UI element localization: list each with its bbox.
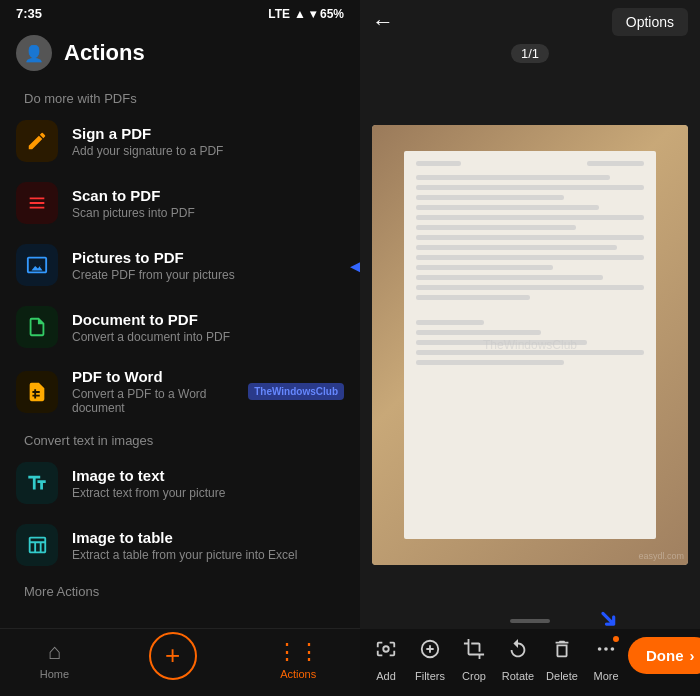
doc-pdf-subtitle: Convert a document into PDF	[72, 330, 344, 344]
bottom-toolbar: Add Filters Crop	[360, 629, 700, 696]
doc-pdf-title: Document to PDF	[72, 311, 344, 328]
pdf-word-title: PDF to Word	[72, 368, 234, 385]
more-dot	[613, 636, 619, 642]
right-header: ← Options	[360, 0, 700, 44]
filters-tool-label: Filters	[415, 670, 445, 682]
action-item-scan-pdf[interactable]: Scan to PDF Scan pictures into PDF	[8, 172, 352, 234]
pictures-pdf-title: Pictures to PDF	[72, 249, 344, 266]
signal-icon: ▲	[294, 7, 306, 21]
image-table-subtitle: Extract a table from your picture into E…	[72, 548, 344, 562]
done-button[interactable]: Done ›	[628, 637, 700, 674]
rotate-tool-icon	[507, 638, 529, 666]
image-text-title: Image to text	[72, 467, 344, 484]
nav-add-button[interactable]: +	[149, 632, 197, 680]
rotate-tool-label: Rotate	[502, 670, 534, 682]
page-title: Actions	[64, 40, 145, 66]
nav-actions-label: Actions	[280, 668, 316, 680]
scan-pdf-icon	[16, 182, 58, 224]
sign-pdf-title: Sign a PDF	[72, 125, 344, 142]
options-button[interactable]: Options	[612, 8, 688, 36]
document-preview: TheWindowsClub easydl.com	[372, 125, 688, 565]
tool-delete[interactable]: Delete	[540, 638, 584, 682]
bottom-nav: ⌂ Home + ⋮⋮ Actions	[0, 628, 360, 696]
action-item-pictures-pdf[interactable]: Pictures to PDF Create PDF from your pic…	[8, 234, 352, 296]
tool-more[interactable]: More	[584, 638, 628, 682]
done-arrow-icon: ›	[690, 647, 695, 664]
tool-add[interactable]: Add	[364, 638, 408, 682]
done-wrapper: ➜ Done ›	[628, 637, 700, 678]
scan-pdf-text: Scan to PDF Scan pictures into PDF	[72, 187, 344, 220]
grid-icon: ⋮⋮	[276, 639, 320, 665]
pictures-pdf-text: Pictures to PDF Create PDF from your pic…	[72, 249, 344, 282]
easydl-watermark: easydl.com	[638, 551, 684, 561]
blue-arrow-left: ◀	[350, 250, 360, 281]
done-label: Done	[646, 647, 684, 664]
image-text-text: Image to text Extract text from your pic…	[72, 467, 344, 500]
tool-rotate[interactable]: Rotate	[496, 638, 540, 682]
image-table-icon	[16, 524, 58, 566]
nav-actions[interactable]: ⋮⋮ Actions	[276, 639, 320, 680]
watermark-overlay: TheWindowsClub	[483, 338, 577, 352]
sign-pdf-text: Sign a PDF Add your signature to a PDF	[72, 125, 344, 158]
action-item-sign-pdf[interactable]: Sign a PDF Add your signature to a PDF	[8, 110, 352, 172]
page-indicator: 1/1	[511, 44, 549, 63]
battery-label: 65%	[320, 7, 344, 21]
add-tool-label: Add	[376, 670, 396, 682]
more-tool-label: More	[593, 670, 618, 682]
pdf-word-icon	[16, 371, 58, 413]
doc-pdf-icon	[16, 306, 58, 348]
section-images-label: Convert text in images	[8, 425, 352, 452]
right-panel: ← Options 1/1	[360, 0, 700, 696]
image-table-title: Image to table	[72, 529, 344, 546]
doc-pdf-text: Document to PDF Convert a document into …	[72, 311, 344, 344]
app-header: 👤 Actions	[0, 27, 360, 83]
svg-point-3	[611, 647, 615, 651]
nav-home[interactable]: ⌂ Home	[40, 639, 69, 680]
action-item-pdf-word[interactable]: PDF to Word Convert a PDF to a Word docu…	[8, 358, 352, 425]
scan-pdf-title: Scan to PDF	[72, 187, 344, 204]
tool-crop[interactable]: Crop	[452, 638, 496, 682]
add-tool-icon	[375, 638, 397, 666]
wifi-icon: ▾	[310, 7, 316, 21]
section-more-label: More Actions	[8, 576, 352, 603]
sign-pdf-icon	[16, 120, 58, 162]
image-text-icon	[16, 462, 58, 504]
image-text-subtitle: Extract text from your picture	[72, 486, 344, 500]
time: 7:35	[16, 6, 42, 21]
status-bar: 7:35 LTE ▲ ▾ 65%	[0, 0, 360, 27]
sign-pdf-subtitle: Add your signature to a PDF	[72, 144, 344, 158]
home-icon: ⌂	[48, 639, 61, 665]
nav-home-label: Home	[40, 668, 69, 680]
more-tool-icon	[595, 638, 617, 666]
section-pdfs-label: Do more with PDFs	[8, 83, 352, 110]
avatar[interactable]: 👤	[16, 35, 52, 71]
pdf-word-text: PDF to Word Convert a PDF to a Word docu…	[72, 368, 234, 415]
image-table-text: Image to table Extract a table from your…	[72, 529, 344, 562]
crop-tool-icon	[463, 638, 485, 666]
add-icon: +	[165, 640, 180, 671]
tool-filters[interactable]: Filters	[408, 638, 452, 682]
watermark-badge: TheWindowsClub	[248, 383, 344, 400]
action-item-doc-pdf[interactable]: Document to PDF Convert a document into …	[8, 296, 352, 358]
svg-point-1	[598, 647, 602, 651]
pdf-word-subtitle: Convert a PDF to a Word document	[72, 387, 234, 415]
back-button[interactable]: ←	[372, 9, 394, 35]
network-label: LTE	[268, 7, 290, 21]
action-list: Do more with PDFs Sign a PDF Add your si…	[0, 83, 360, 628]
pictures-pdf-icon	[16, 244, 58, 286]
delete-tool-icon	[551, 638, 573, 666]
svg-point-2	[604, 647, 608, 651]
crop-tool-label: Crop	[462, 670, 486, 682]
scroll-indicator	[510, 619, 550, 623]
filters-tool-icon	[419, 638, 441, 666]
action-item-image-text[interactable]: Image to text Extract text from your pic…	[8, 452, 352, 514]
action-item-image-table[interactable]: Image to table Extract a table from your…	[8, 514, 352, 576]
left-panel: 7:35 LTE ▲ ▾ 65% 👤 Actions Do more with …	[0, 0, 360, 696]
delete-tool-label: Delete	[546, 670, 578, 682]
image-area: TheWindowsClub easydl.com	[360, 71, 700, 619]
pictures-pdf-subtitle: Create PDF from your pictures	[72, 268, 344, 282]
scan-pdf-subtitle: Scan pictures into PDF	[72, 206, 344, 220]
